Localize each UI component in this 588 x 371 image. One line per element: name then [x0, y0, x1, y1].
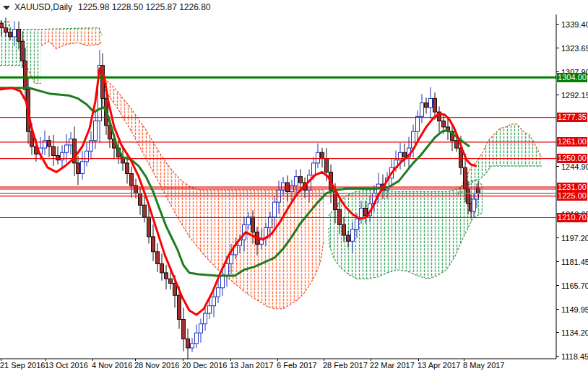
price-tick-1323.65: 1323.65: [557, 43, 588, 53]
candle: [160, 254, 164, 281]
date-tick: 21 Sep 2016: [0, 361, 45, 370]
tick-mark: [556, 285, 559, 286]
tick-mark: [556, 48, 559, 48]
trading-chart-window: XAUUSD,Daily 1225.98 1228.50 1225.87 122…: [0, 0, 588, 371]
price-tick-1181.45: 1181.45: [557, 257, 588, 266]
candle: [90, 131, 93, 160]
date-tick: 13 Oct 2016: [45, 361, 88, 370]
candle: [85, 142, 89, 167]
tick-mark: [230, 359, 231, 361]
ohlc-quote-label: 1225.98 1228.50 1225.87 1226.80: [78, 2, 211, 12]
candle: [134, 178, 138, 198]
price-tick-1165.70: 1165.70: [557, 281, 588, 290]
candle: [43, 131, 47, 155]
price-tick-1118.45: 1118.45: [557, 352, 588, 361]
tick-mark: [556, 332, 559, 333]
date-tick: 22 Mar 2017: [370, 361, 415, 370]
candle: [403, 144, 407, 167]
candle: [429, 87, 433, 119]
price-level-label-1304.00: 1304.00: [557, 73, 587, 82]
price-tick-1134.20: 1134.20: [557, 328, 588, 337]
candle: [52, 135, 56, 166]
candle: [420, 94, 424, 123]
price-level-label-1261.00: 1261.00: [557, 137, 587, 147]
candle: [73, 126, 77, 176]
tick-mark: [277, 359, 278, 361]
candle: [212, 292, 216, 317]
tick-mark: [464, 359, 464, 361]
candle: [186, 328, 190, 359]
candle: [94, 111, 98, 149]
tick-mark: [556, 24, 559, 25]
candle: [182, 307, 186, 351]
candle: [152, 224, 155, 261]
tick-mark: [556, 356, 559, 357]
price-tick-1292.15: 1292.15: [557, 90, 588, 100]
price-level-label-1210.70: 1210.70: [557, 213, 587, 222]
chevron-down-icon[interactable]: [3, 6, 10, 10]
candle: [69, 132, 73, 154]
tick-mark: [418, 359, 419, 361]
candle: [321, 148, 324, 167]
tick-mark: [556, 309, 559, 310]
tick-mark: [324, 359, 324, 361]
candle: [425, 97, 428, 113]
candle: [48, 136, 51, 157]
candle: [204, 308, 207, 331]
price-level-label-1250.00: 1250.00: [557, 154, 587, 163]
price-level-label-1277.35: 1277.35: [557, 113, 587, 122]
chart-canvas[interactable]: [0, 0, 588, 371]
tick-mark: [1, 359, 1, 361]
tick-mark: [46, 359, 46, 361]
chart-titlebar: XAUUSD,Daily 1225.98 1228.50 1225.87 122…: [3, 2, 211, 12]
tick-mark: [371, 359, 371, 361]
candle: [199, 318, 203, 342]
tick-mark: [556, 237, 559, 238]
tick-mark: [556, 71, 559, 72]
candle: [61, 145, 64, 167]
tick-mark: [135, 359, 136, 361]
date-tick: 20 Dec 2016: [182, 361, 227, 370]
symbol-period-label: XAUUSD,Daily: [14, 2, 72, 12]
candle: [316, 144, 320, 168]
date-tick: 8 May 2017: [463, 361, 504, 370]
price-level-label-1225.00: 1225.00: [557, 191, 587, 201]
price-tick-1197.20: 1197.20: [557, 233, 588, 243]
candle: [65, 134, 69, 162]
candle: [438, 107, 441, 133]
date-tick: 28 Feb 2017: [323, 361, 368, 370]
tick-mark: [556, 166, 559, 167]
tick-mark: [92, 359, 93, 361]
price-tick-1339.40: 1339.40: [557, 19, 588, 29]
date-tick: 4 Nov 2016: [92, 361, 132, 370]
cloud-region-bearish: [41, 28, 102, 49]
candle: [191, 338, 194, 352]
candle: [165, 265, 168, 289]
candlestick-series: [0, 17, 480, 359]
tick-mark: [183, 359, 183, 361]
tick-mark: [556, 261, 559, 262]
candle: [77, 156, 80, 185]
date-tick: 6 Feb 2017: [277, 361, 317, 370]
candle: [416, 110, 420, 141]
date-tick: 13 Apr 2017: [418, 361, 460, 370]
price-tick-1149.95: 1149.95: [557, 305, 588, 314]
date-tick: 13 Jan 2017: [230, 361, 274, 370]
candle: [143, 196, 147, 222]
tick-mark: [556, 95, 559, 95]
candle: [156, 243, 160, 272]
candle: [56, 147, 60, 165]
candle: [81, 151, 85, 180]
candle: [195, 325, 199, 349]
date-tick: 28 Nov 2016: [134, 361, 179, 370]
candle: [139, 187, 142, 215]
